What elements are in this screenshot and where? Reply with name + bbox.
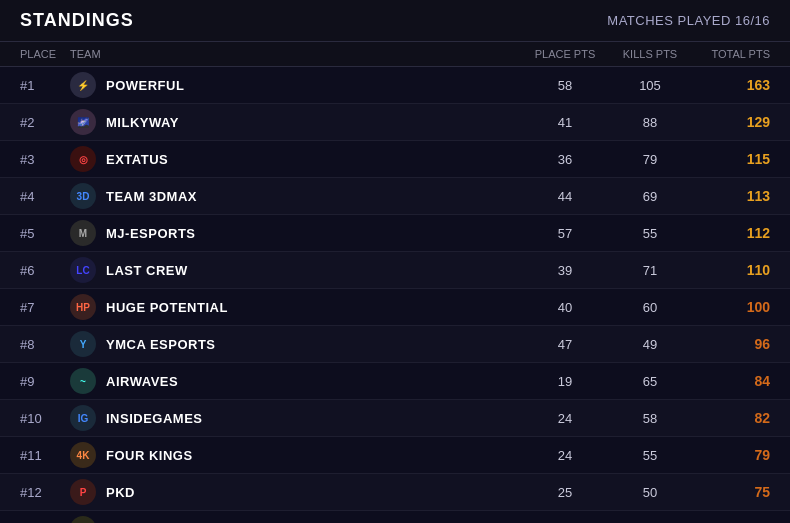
row-total-pts: 112 — [690, 225, 770, 241]
row-team: 4K FOUR KINGS — [70, 442, 520, 468]
team-name: HUGE POTENTIAL — [106, 300, 228, 315]
team-name: MILKYWAY — [106, 115, 179, 130]
table-row: #10 IG INSIDEGAMES 24 58 82 — [0, 400, 790, 437]
row-place-pts: 40 — [520, 300, 610, 315]
table-row: #4 3D TEAM 3DMAX 44 69 113 — [0, 178, 790, 215]
table-row: #9 ~ AIRWAVES 19 65 84 — [0, 363, 790, 400]
col-place-pts-header: Place PTS — [520, 48, 610, 60]
row-place-pts: 44 — [520, 189, 610, 204]
row-place: #5 — [20, 226, 70, 241]
row-place: #7 — [20, 300, 70, 315]
team-name: PKD — [106, 485, 135, 500]
row-place: #2 — [20, 115, 70, 130]
team-name: TEAM 3DMAX — [106, 189, 197, 204]
row-team: ~ AIRWAVES — [70, 368, 520, 394]
row-kills-pts: 60 — [610, 300, 690, 315]
page-title: STANDINGS — [20, 10, 134, 31]
row-total-pts: 163 — [690, 77, 770, 93]
table-row: #13 E ENVIIK 19 39 58 — [0, 511, 790, 523]
team-logo: P — [70, 479, 96, 505]
table-row: #1 ⚡ POWERFUL 58 105 163 — [0, 67, 790, 104]
row-kills-pts: 79 — [610, 152, 690, 167]
row-team: 3D TEAM 3DMAX — [70, 183, 520, 209]
row-total-pts: 129 — [690, 114, 770, 130]
row-team: M MJ-ESPORTS — [70, 220, 520, 246]
team-logo: M — [70, 220, 96, 246]
team-logo: E — [70, 516, 96, 523]
row-total-pts: 82 — [690, 410, 770, 426]
row-place-pts: 41 — [520, 115, 610, 130]
row-team: E ENVIIK — [70, 516, 520, 523]
row-team: HP HUGE POTENTIAL — [70, 294, 520, 320]
team-name: EXTATUS — [106, 152, 168, 167]
team-name: AIRWAVES — [106, 374, 178, 389]
table-row: #6 LC LAST CREW 39 71 110 — [0, 252, 790, 289]
row-team: ◎ EXTATUS — [70, 146, 520, 172]
row-place: #1 — [20, 78, 70, 93]
row-kills-pts: 65 — [610, 374, 690, 389]
team-name: YMCA ESPORTS — [106, 337, 216, 352]
row-place: #9 — [20, 374, 70, 389]
row-place: #11 — [20, 448, 70, 463]
row-place-pts: 57 — [520, 226, 610, 241]
row-team: IG INSIDEGAMES — [70, 405, 520, 431]
row-place: #10 — [20, 411, 70, 426]
team-logo: 4K — [70, 442, 96, 468]
team-name: POWERFUL — [106, 78, 184, 93]
row-place: #8 — [20, 337, 70, 352]
row-total-pts: 96 — [690, 336, 770, 352]
row-team: ⚡ POWERFUL — [70, 72, 520, 98]
row-kills-pts: 88 — [610, 115, 690, 130]
standings-table: #1 ⚡ POWERFUL 58 105 163 #2 🌌 MILKYWAY 4… — [0, 67, 790, 523]
row-total-pts: 79 — [690, 447, 770, 463]
col-team-header: Team — [70, 48, 520, 60]
col-total-pts-header: Total PTS — [690, 48, 770, 60]
row-place: #3 — [20, 152, 70, 167]
row-total-pts: 113 — [690, 188, 770, 204]
row-kills-pts: 49 — [610, 337, 690, 352]
row-kills-pts: 55 — [610, 448, 690, 463]
row-kills-pts: 71 — [610, 263, 690, 278]
row-kills-pts: 50 — [610, 485, 690, 500]
team-logo: ◎ — [70, 146, 96, 172]
row-total-pts: 110 — [690, 262, 770, 278]
row-place-pts: 58 — [520, 78, 610, 93]
row-place-pts: 47 — [520, 337, 610, 352]
team-name: FOUR KINGS — [106, 448, 193, 463]
row-team: P PKD — [70, 479, 520, 505]
row-kills-pts: 58 — [610, 411, 690, 426]
standings-container: STANDINGS MATCHES PLAYED 16/16 Place Tea… — [0, 0, 790, 523]
team-logo: HP — [70, 294, 96, 320]
team-name: INSIDEGAMES — [106, 411, 203, 426]
team-logo: ⚡ — [70, 72, 96, 98]
table-row: #5 M MJ-ESPORTS 57 55 112 — [0, 215, 790, 252]
table-row: #2 🌌 MILKYWAY 41 88 129 — [0, 104, 790, 141]
row-place-pts: 19 — [520, 374, 610, 389]
row-team: 🌌 MILKYWAY — [70, 109, 520, 135]
row-place-pts: 39 — [520, 263, 610, 278]
row-place-pts: 36 — [520, 152, 610, 167]
table-row: #12 P PKD 25 50 75 — [0, 474, 790, 511]
row-place-pts: 25 — [520, 485, 610, 500]
row-place: #6 — [20, 263, 70, 278]
table-header: Place Team Place PTS Kills PTS Total PTS — [0, 42, 790, 67]
row-total-pts: 115 — [690, 151, 770, 167]
col-place-header: Place — [20, 48, 70, 60]
team-name: MJ-ESPORTS — [106, 226, 196, 241]
col-kills-pts-header: Kills PTS — [610, 48, 690, 60]
row-place-pts: 24 — [520, 411, 610, 426]
row-team: Y YMCA ESPORTS — [70, 331, 520, 357]
row-place: #4 — [20, 189, 70, 204]
team-logo: LC — [70, 257, 96, 283]
header: STANDINGS MATCHES PLAYED 16/16 — [0, 0, 790, 42]
row-total-pts: 75 — [690, 484, 770, 500]
row-total-pts: 100 — [690, 299, 770, 315]
team-logo: ~ — [70, 368, 96, 394]
row-total-pts: 84 — [690, 373, 770, 389]
team-logo: Y — [70, 331, 96, 357]
team-logo: 3D — [70, 183, 96, 209]
row-team: LC LAST CREW — [70, 257, 520, 283]
row-place: #12 — [20, 485, 70, 500]
team-name: LAST CREW — [106, 263, 188, 278]
team-logo: IG — [70, 405, 96, 431]
